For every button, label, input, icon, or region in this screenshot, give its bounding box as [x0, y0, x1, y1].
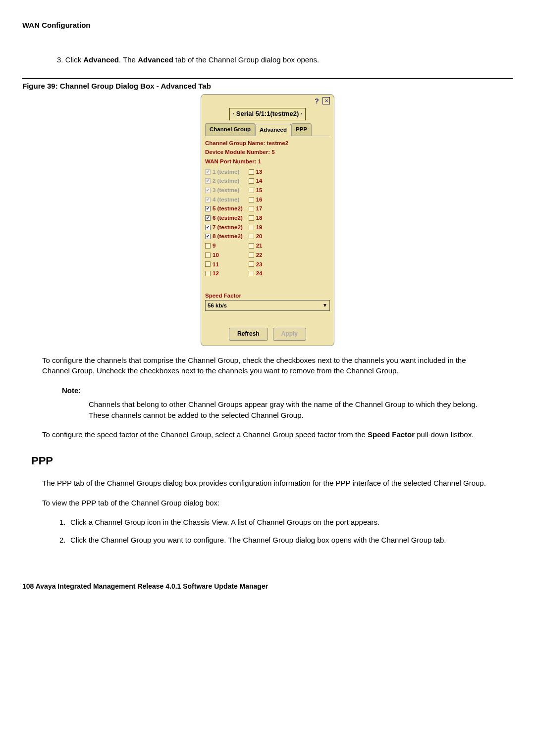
- channel-group-dialog: ? ✕ · Serial 5/1:1(testme2) · Channel Gr…: [201, 94, 334, 346]
- apply-button[interactable]: Apply: [273, 328, 306, 340]
- channel-label: 21: [256, 242, 263, 250]
- channel-label: 6 (testme2): [213, 214, 243, 222]
- channel-col-right: 131415161718192021222324: [249, 168, 263, 278]
- channel-row: 13: [249, 168, 263, 176]
- page-header: WAN Configuration: [22, 20, 513, 31]
- channel-checkbox[interactable]: [249, 225, 254, 230]
- channel-checkbox[interactable]: [205, 243, 211, 249]
- channel-checkbox[interactable]: [205, 252, 211, 258]
- channel-checkbox[interactable]: [249, 252, 254, 258]
- info-group-name: Channel Group Name: testme2: [205, 139, 330, 148]
- dialog-titlebar: ? ✕: [205, 96, 330, 106]
- dialog-wrapper: ? ✕ · Serial 5/1:1(testme2) · Channel Gr…: [22, 94, 513, 346]
- channel-checkbox[interactable]: [249, 197, 254, 202]
- speed-factor-select[interactable]: 56 kb/s ▼: [205, 300, 330, 311]
- channel-label: 17: [256, 204, 263, 213]
- channel-columns: 1 (testme)2 (testme)3 (testme)4 (testme)…: [205, 168, 330, 278]
- channel-checkbox[interactable]: [249, 188, 254, 193]
- channel-row: 16: [249, 196, 263, 204]
- list-number: 2.: [59, 535, 70, 546]
- channel-label: 16: [256, 196, 263, 204]
- channel-label: 19: [256, 223, 263, 232]
- channel-checkbox[interactable]: [249, 215, 254, 221]
- speed-factor-value: 56 kb/s: [208, 302, 227, 310]
- channel-row: 12: [205, 269, 243, 278]
- channel-row: 22: [249, 251, 263, 259]
- refresh-button[interactable]: Refresh: [229, 328, 268, 340]
- channel-row: 5 (testme2): [205, 204, 243, 213]
- channel-checkbox[interactable]: [249, 271, 254, 276]
- ppp-heading: PPP: [31, 453, 513, 469]
- step-3: 3. Click Advanced. The Advanced tab of t…: [57, 54, 513, 65]
- channel-row: 18: [249, 214, 263, 222]
- serial-label: · Serial 5/1:1(testme2) ·: [229, 108, 306, 120]
- channel-label: 8 (testme2): [213, 232, 243, 241]
- channel-checkbox: [205, 197, 211, 202]
- channel-row: 21: [249, 242, 263, 250]
- ordered-list: 1. Click a Channel Group icon in the Cha…: [59, 517, 493, 546]
- close-icon[interactable]: ✕: [322, 97, 330, 104]
- channel-label: 18: [256, 214, 263, 222]
- list-item: 2. Click the Channel Group you want to c…: [59, 535, 493, 546]
- chevron-down-icon: ▼: [322, 302, 327, 309]
- channel-checkbox[interactable]: [249, 178, 254, 184]
- channel-label: 2 (testme): [213, 177, 239, 185]
- channel-label: 5 (testme2): [213, 204, 243, 213]
- channel-label: 11: [213, 260, 219, 269]
- list-text: Click the Channel Group you want to conf…: [70, 535, 446, 546]
- tab-ppp[interactable]: PPP: [291, 123, 312, 136]
- channel-checkbox[interactable]: [249, 234, 254, 239]
- channel-label: 1 (testme): [213, 168, 239, 176]
- page-footer: 108 Avaya Integrated Management Release …: [22, 581, 513, 591]
- channel-row: 14: [249, 177, 263, 185]
- channel-label: 22: [256, 251, 263, 259]
- channel-checkbox[interactable]: [205, 215, 211, 221]
- note-text: Channels that belong to other Channel Gr…: [89, 399, 493, 421]
- channel-checkbox[interactable]: [205, 271, 211, 276]
- channel-checkbox[interactable]: [205, 234, 211, 239]
- tab-advanced[interactable]: Advanced: [255, 124, 291, 136]
- paragraph: The PPP tab of the Channel Groups dialog…: [42, 478, 493, 489]
- channel-checkbox[interactable]: [249, 169, 254, 175]
- channel-row: 2 (testme): [205, 177, 243, 185]
- channel-label: 7 (testme2): [213, 223, 243, 232]
- channel-row: 24: [249, 269, 263, 278]
- channel-label: 4 (testme): [213, 196, 239, 204]
- channel-label: 23: [256, 260, 263, 269]
- channel-row: 1 (testme): [205, 168, 243, 176]
- speed-factor-label: Speed Factor: [205, 292, 330, 300]
- tab-bar: Channel Group Advanced PPP: [205, 123, 330, 136]
- figure-caption: Figure 39: Channel Group Dialog Box - Ad…: [22, 81, 513, 92]
- text: To configure the speed factor of the Cha…: [42, 430, 368, 439]
- channel-checkbox: [205, 169, 211, 175]
- dialog-button-row: Refresh Apply: [205, 328, 330, 340]
- channel-checkbox[interactable]: [205, 225, 211, 230]
- channel-label: 12: [213, 269, 219, 278]
- channel-row: 23: [249, 260, 263, 269]
- channel-label: 3 (testme): [213, 186, 239, 195]
- serial-label-row: · Serial 5/1:1(testme2) ·: [205, 108, 330, 120]
- help-icon[interactable]: ?: [313, 97, 321, 104]
- channel-checkbox[interactable]: [205, 261, 211, 267]
- channel-row: 9: [205, 242, 243, 250]
- paragraph: To configure the speed factor of the Cha…: [42, 429, 493, 440]
- channel-row: 8 (testme2): [205, 232, 243, 241]
- text-bold: Speed Factor: [368, 430, 415, 439]
- text: 3. Click: [57, 55, 83, 64]
- channel-checkbox[interactable]: [249, 243, 254, 249]
- channel-label: 20: [256, 232, 263, 241]
- tab-channel-group[interactable]: Channel Group: [205, 123, 255, 136]
- channel-checkbox[interactable]: [205, 206, 211, 211]
- channel-row: 20: [249, 232, 263, 241]
- channel-checkbox: [205, 178, 211, 184]
- text-bold: Advanced: [83, 55, 119, 64]
- note-label: Note:: [62, 385, 493, 396]
- channel-checkbox[interactable]: [249, 206, 254, 211]
- text: tab of the Channel Group dialog box open…: [173, 55, 319, 64]
- channel-checkbox[interactable]: [249, 261, 254, 267]
- text: pull-down listbox.: [415, 430, 474, 439]
- paragraph: To configure the channels that comprise …: [42, 355, 493, 377]
- note-block: Note: Channels that belong to other Chan…: [62, 385, 493, 420]
- channel-row: 3 (testme): [205, 186, 243, 195]
- list-number: 1.: [59, 517, 70, 528]
